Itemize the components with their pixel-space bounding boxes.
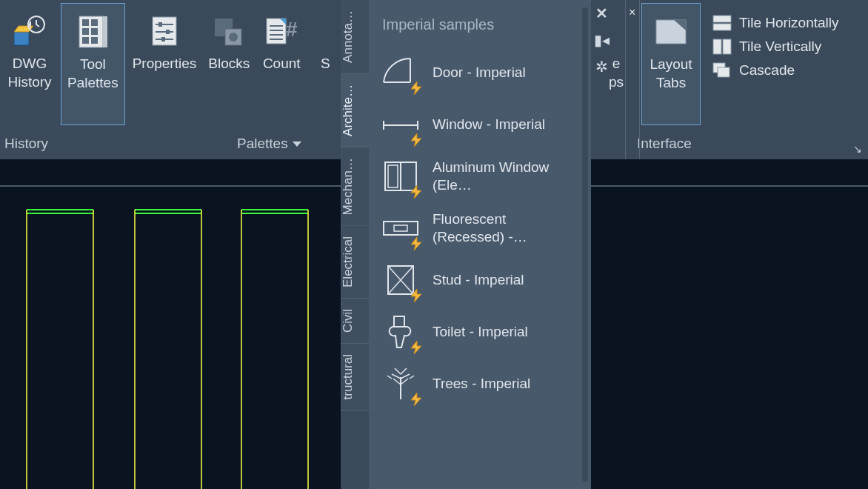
tile-vertical-icon <box>712 39 732 55</box>
svg-rect-5 <box>91 19 98 26</box>
svg-rect-30 <box>713 16 731 22</box>
window-icon <box>379 103 422 146</box>
palette-item-door[interactable]: Door - Imperial <box>369 47 591 99</box>
svg-rect-35 <box>718 67 730 77</box>
svg-marker-49 <box>411 82 421 95</box>
svg-point-20 <box>229 33 238 41</box>
fluorescent-icon <box>379 207 422 250</box>
truncated-icon <box>307 13 343 49</box>
tool-palettes-button[interactable]: Tool Palettes <box>61 3 125 125</box>
close-icon[interactable]: ✕ <box>592 4 610 22</box>
bolt-icon <box>409 184 424 199</box>
palette-item-stud[interactable]: Stud - Imperial <box>369 254 591 306</box>
panel-dialog-launcher-icon[interactable]: ↘ <box>853 143 862 155</box>
count-icon: # <box>264 13 299 49</box>
tile-horizontally-button[interactable]: Tile Horizontally <box>712 15 838 31</box>
tile-v-label: Tile Vertically <box>739 39 821 55</box>
tab-mechanical[interactable]: Mechan… <box>341 147 369 226</box>
count-label: Count <box>263 55 301 73</box>
palette-item-toilet[interactable]: Toilet - Imperial <box>369 306 591 358</box>
layout-tabs-icon <box>653 14 689 50</box>
svg-rect-10 <box>103 16 107 47</box>
tab-structural[interactable]: tructural <box>341 344 369 410</box>
cascade-button[interactable]: Cascade <box>712 62 838 79</box>
trees-icon <box>379 362 422 405</box>
drawing-content <box>0 189 341 489</box>
truncated-s-label: S <box>321 55 330 73</box>
aluminum-window-icon <box>379 155 422 198</box>
palette-title: Imperial samples <box>369 7 591 47</box>
bolt-icon <box>409 236 424 251</box>
tile-h-label: Tile Horizontally <box>739 15 838 31</box>
palette-item-label: Stud - Imperial <box>433 271 524 289</box>
tab-civil[interactable]: Civil <box>341 299 369 344</box>
cascade-icon <box>712 62 732 79</box>
door-icon <box>379 51 422 94</box>
svg-text:#: # <box>286 18 298 41</box>
tool-palette-panel: Imperial samples Door - Imperial Window … <box>369 0 591 489</box>
layout-tabs-label: Layout Tabs <box>650 56 692 92</box>
cascade-label: Cascade <box>739 62 795 79</box>
svg-rect-59 <box>394 225 407 231</box>
svg-rect-17 <box>161 37 165 41</box>
blocks-label: Blocks <box>208 55 250 73</box>
svg-marker-57 <box>411 185 421 199</box>
tile-vertically-button[interactable]: Tile Vertically <box>712 39 838 55</box>
tool-palettes-label: Tool Palettes <box>67 56 118 92</box>
palette-item-aluminum-window[interactable]: Aluminum Window (Ele… <box>369 150 591 202</box>
right-ribbon: e ps × Layout Tabs Tile Horizontally Til… <box>607 0 847 159</box>
bolt-icon <box>409 340 424 355</box>
svg-rect-4 <box>82 19 89 26</box>
palette-item-label: Fluorescent (Recessed) -… <box>433 210 566 246</box>
svg-rect-9 <box>91 37 98 44</box>
properties-button[interactable]: Properties <box>127 0 203 159</box>
svg-rect-33 <box>723 39 731 54</box>
svg-marker-53 <box>411 133 421 147</box>
history-panel-label: History <box>4 136 48 152</box>
palette-item-label: Aluminum Window (Ele… <box>433 159 566 194</box>
svg-rect-56 <box>388 165 398 187</box>
palette-tabs: Annota… Archite… Mechan… Electrical Civi… <box>341 0 369 489</box>
svg-rect-6 <box>82 28 89 35</box>
svg-rect-13 <box>158 22 162 27</box>
tab-architectural[interactable]: Archite… <box>341 74 369 147</box>
properties-icon <box>147 13 182 49</box>
palette-controls: ✕ ▮◂ ✲ <box>592 4 610 76</box>
svg-marker-68 <box>411 393 421 406</box>
dwg-history-label: DWG History <box>7 55 51 91</box>
layout-tabs-button[interactable]: Layout Tabs <box>641 3 701 125</box>
svg-rect-32 <box>713 39 721 54</box>
settings-gear-icon[interactable]: ✲ <box>592 58 610 76</box>
bolt-icon <box>409 133 424 147</box>
palette-scrollbar[interactable] <box>582 7 588 482</box>
svg-rect-8 <box>82 37 89 44</box>
tool-palettes-icon <box>75 14 110 50</box>
palette-item-label: Window - Imperial <box>433 116 545 133</box>
autohide-icon[interactable]: ▮◂ <box>592 31 610 49</box>
dropdown-arrow-icon <box>293 142 301 147</box>
palette-item-label: Toilet - Imperial <box>433 323 528 341</box>
svg-marker-60 <box>411 237 421 250</box>
palettes-panel-label[interactable]: Palettes <box>237 136 301 152</box>
svg-rect-7 <box>91 28 98 35</box>
blocks-icon <box>211 13 247 49</box>
svg-marker-66 <box>411 341 421 354</box>
dwg-history-icon <box>12 13 47 49</box>
truncated-e-label: e <box>612 55 621 73</box>
window-options: Tile Horizontally Tile Vertically Cascad… <box>702 0 846 159</box>
tab-electrical[interactable]: Electrical <box>341 226 369 299</box>
svg-rect-15 <box>166 30 170 34</box>
bolt-icon <box>409 392 424 407</box>
svg-rect-58 <box>384 222 418 235</box>
stud-icon <box>379 259 422 302</box>
properties-label: Properties <box>133 55 197 73</box>
tab-annotation[interactable]: Annota… <box>341 0 369 74</box>
close-small-icon[interactable]: × <box>629 6 635 19</box>
svg-rect-0 <box>14 32 29 45</box>
palette-item-trees[interactable]: Trees - Imperial <box>369 358 591 410</box>
palette-item-window[interactable]: Window - Imperial <box>369 99 591 150</box>
svg-marker-64 <box>411 289 421 302</box>
palette-item-label: Trees - Imperial <box>433 375 530 393</box>
svg-rect-31 <box>713 24 731 30</box>
palette-item-fluorescent[interactable]: Fluorescent (Recessed) -… <box>369 202 591 254</box>
